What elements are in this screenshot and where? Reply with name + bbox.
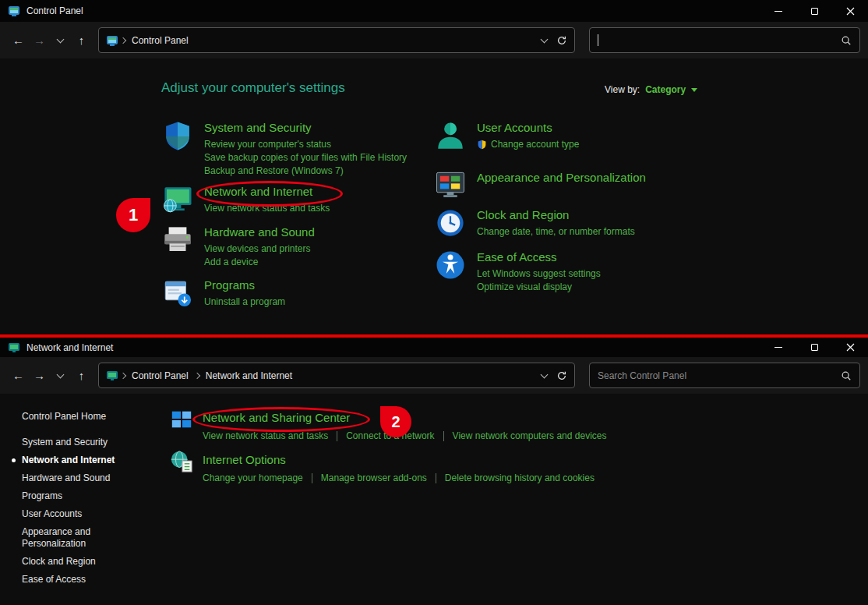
link-change-account-type[interactable]: Change account type — [477, 138, 579, 151]
forward-button[interactable]: → — [29, 369, 50, 382]
minimize-icon — [774, 347, 782, 348]
sidebar-item-appearance-and-personalization[interactable]: Appearance and Personalization — [22, 526, 150, 550]
control-panel-app-icon — [8, 5, 20, 17]
link-manage-browser-addons[interactable]: Manage browser add-ons — [321, 472, 427, 483]
category-title-appearance-personalization[interactable]: Appearance and Personalization — [477, 171, 646, 184]
search-icon — [841, 35, 852, 46]
link-change-your-homepage[interactable]: Change your homepage — [203, 472, 303, 483]
link-uninstall-a-program[interactable]: Uninstall a program — [204, 295, 285, 309]
minimize-button[interactable] — [760, 338, 796, 357]
view-by-value[interactable]: Category — [645, 84, 686, 95]
link-review-computer-status[interactable]: Review your computer's status — [204, 138, 407, 151]
breadcrumb-chevron-icon — [120, 37, 126, 43]
view-by-caret-icon — [691, 88, 697, 92]
forward-button[interactable]: → — [29, 34, 50, 47]
sidebar-item-network-and-internet[interactable]: Network and Internet — [22, 455, 150, 466]
internet-options-icon[interactable] — [170, 450, 193, 473]
navigation-bar: ← → ↑ Control Panel — [0, 22, 868, 58]
maximize-icon — [811, 344, 818, 351]
sidebar-item-control-panel-home[interactable]: Control Panel Home — [22, 411, 150, 423]
minimize-icon — [774, 11, 782, 12]
link-view-devices-printers[interactable]: View devices and printers — [204, 242, 315, 256]
breadcrumb-control-panel[interactable]: Control Panel — [132, 370, 189, 381]
category-title-clock-and-region[interactable]: Clock and Region — [477, 208, 635, 221]
search-box[interactable] — [589, 363, 860, 388]
titlebar: Network and Internet — [0, 338, 868, 357]
view-by-dropdown[interactable]: View by: Category — [605, 84, 697, 95]
network-internet-view: Control Panel Home System and Security N… — [0, 394, 868, 605]
address-bar[interactable]: Control Panel — [98, 27, 575, 53]
minimize-button[interactable] — [760, 0, 796, 22]
network-internet-location-icon — [106, 370, 118, 382]
control-panel-window: Control Panel ← → ↑ Control Panel — [0, 0, 868, 334]
link-view-network-status[interactable]: View network status and tasks — [203, 430, 328, 441]
ease-of-access-icon[interactable] — [434, 249, 467, 281]
category-programs: Programs Uninstall a program — [161, 277, 285, 310]
maximize-button[interactable] — [796, 338, 832, 357]
link-view-network-computers[interactable]: View network computers and devices — [453, 430, 607, 441]
step2-badge: 2 — [380, 406, 411, 437]
address-dropdown-icon[interactable] — [541, 370, 549, 378]
breadcrumb-chevron-icon — [120, 372, 126, 378]
programs-icon[interactable] — [161, 277, 194, 310]
sidebar-item-programs[interactable]: Programs — [22, 490, 150, 502]
sidebar-item-user-accounts[interactable]: User Accounts — [22, 508, 150, 520]
link-save-backup-copies[interactable]: Save backup copies of your files with Fi… — [204, 151, 407, 165]
link-backup-and-restore[interactable]: Backup and Restore (Windows 7) — [204, 165, 407, 178]
sidebar-item-hardware-and-sound[interactable]: Hardware and Sound — [22, 472, 150, 484]
back-button[interactable]: ← — [8, 34, 29, 47]
category-system-and-security: System and Security Review your computer… — [161, 119, 407, 178]
appearance-personalization-icon[interactable] — [434, 169, 467, 202]
user-accounts-icon[interactable] — [434, 119, 467, 152]
page-title: Adjust your computer's settings — [161, 80, 345, 96]
link-let-windows-suggest-settings[interactable]: Let Windows suggest settings — [477, 267, 601, 281]
search-input[interactable] — [598, 370, 841, 381]
back-button[interactable]: ← — [8, 369, 29, 382]
close-button[interactable] — [832, 0, 868, 22]
control-panel-location-icon — [106, 34, 118, 47]
sidebar-item-ease-of-access[interactable]: Ease of Access — [22, 574, 150, 586]
link-delete-browsing-history[interactable]: Delete browsing history and cookies — [445, 472, 595, 483]
breadcrumb-control-panel[interactable]: Control Panel — [132, 35, 189, 46]
breadcrumb-network-and-internet[interactable]: Network and Internet — [206, 370, 292, 381]
view-by-label: View by: — [605, 84, 640, 95]
link-optimize-visual-display[interactable]: Optimize visual display — [477, 281, 601, 294]
sidebar-item-clock-and-region[interactable]: Clock and Region — [22, 556, 150, 568]
step1-badge: 1 — [116, 198, 150, 232]
sidebar-item-system-and-security[interactable]: System and Security — [22, 437, 150, 448]
up-button[interactable]: ↑ — [71, 34, 92, 47]
address-dropdown-icon[interactable] — [541, 35, 549, 43]
category-title-ease-of-access[interactable]: Ease of Access — [477, 250, 601, 264]
link-view-network-status[interactable]: View network status and tasks — [204, 202, 330, 215]
category-title-user-accounts[interactable]: User Accounts — [477, 121, 579, 134]
network-internet-icon[interactable] — [161, 183, 194, 216]
up-button[interactable]: ↑ — [71, 369, 92, 382]
category-title-system-and-security[interactable]: System and Security — [204, 121, 407, 134]
category-title-programs[interactable]: Programs — [204, 278, 285, 292]
link-change-date-time-formats[interactable]: Change date, time, or number formats — [477, 225, 635, 239]
task-links: Change your homepage Manage browser add-… — [203, 472, 595, 483]
link-internet-options[interactable]: Internet Options — [203, 453, 595, 466]
search-box[interactable] — [589, 27, 860, 53]
link-add-a-device[interactable]: Add a device — [204, 256, 315, 269]
address-bar[interactable]: Control Panel Network and Internet — [98, 363, 575, 388]
red-divider-line — [0, 334, 868, 338]
refresh-button[interactable] — [556, 370, 567, 381]
network-sharing-center-icon[interactable] — [170, 408, 193, 431]
maximize-button[interactable] — [796, 0, 832, 22]
close-button[interactable] — [832, 338, 868, 357]
system-security-icon[interactable] — [161, 119, 194, 152]
divider — [337, 431, 337, 441]
hardware-sound-icon[interactable] — [161, 224, 194, 257]
network-internet-app-icon — [8, 341, 20, 354]
category-title-hardware-and-sound[interactable]: Hardware and Sound — [204, 225, 315, 239]
refresh-button[interactable] — [556, 35, 567, 46]
category-title-network-and-internet[interactable]: Network and Internet — [204, 185, 330, 198]
titlebar: Control Panel — [0, 0, 868, 22]
recent-locations-button[interactable] — [50, 39, 71, 42]
recent-locations-button[interactable] — [50, 374, 71, 377]
clock-region-icon[interactable] — [434, 207, 467, 239]
search-input[interactable] — [600, 35, 841, 46]
divider — [443, 431, 444, 441]
chevron-down-icon — [57, 370, 65, 378]
